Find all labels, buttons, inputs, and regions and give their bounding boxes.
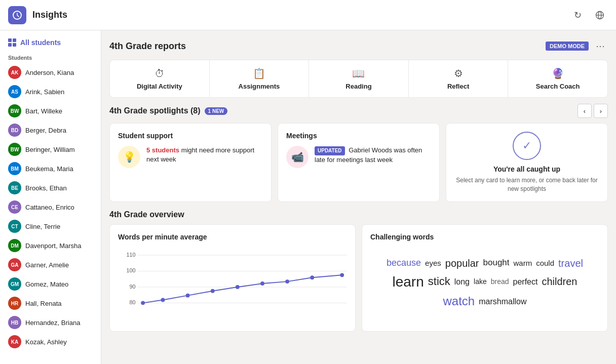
top-actions: ↻: [569, 7, 608, 23]
tabs-container: ⏱ Digital Activity 📋 Assignments 📖 Readi…: [109, 60, 608, 98]
video-icon: 📹: [291, 151, 304, 163]
wpm-chart-svg: 110 100 90 80: [118, 247, 347, 323]
word-cloud-item: eyes: [425, 259, 441, 268]
student-item[interactable]: KA Kozak, Ashley: [0, 332, 101, 351]
student-name: Beukema, Maria: [25, 165, 73, 173]
student-item[interactable]: CT Cline, Terrie: [0, 217, 101, 236]
student-item[interactable]: HB Hernandez, Briana: [0, 313, 101, 332]
grade-title: 4th Grade reports: [109, 41, 186, 52]
student-name: Bart, Willeke: [25, 107, 62, 115]
student-item[interactable]: BM Beukema, Maria: [0, 159, 101, 178]
tab-label-search-coach: Search Coach: [536, 83, 580, 90]
avatar: GM: [8, 277, 21, 291]
student-name: Davenport, Marsha: [25, 242, 82, 250]
word-cloud-item: perfect: [513, 277, 538, 287]
header-right: DEMO MODE ⋯: [546, 38, 608, 54]
refresh-button[interactable]: ↻: [569, 7, 586, 23]
word-cloud-item: travel: [558, 257, 583, 269]
student-name: Brooks, Ethan: [25, 184, 67, 192]
more-options-button[interactable]: ⋯: [593, 38, 608, 54]
student-item[interactable]: BE Brooks, Ethan: [0, 178, 101, 197]
meetings-card[interactable]: Meetings 📹 UPDATED Gabriel Woods was oft…: [278, 123, 440, 202]
spotlights-title: 4th Grade spotlights (8): [109, 106, 201, 115]
svg-point-18: [285, 279, 289, 284]
svg-point-16: [236, 285, 240, 289]
student-name: Berger, Debra: [25, 127, 66, 134]
globe-icon: [595, 11, 604, 20]
students-section-label: Students: [0, 51, 101, 63]
svg-point-19: [310, 275, 314, 279]
meetings-content: 📹 UPDATED Gabriel Woods was often late f…: [286, 146, 431, 168]
main-header: 4th Grade reports DEMO MODE ⋯: [109, 38, 608, 54]
student-item[interactable]: GM Gomez, Mateo: [0, 274, 101, 294]
app-title: Insights: [32, 10, 569, 20]
student-item[interactable]: CE Cattaneo, Enrico: [0, 197, 101, 217]
spotlights-header: 4th Grade spotlights (8) 1 NEW ‹ ›: [109, 104, 608, 118]
avatar: BM: [8, 162, 21, 175]
student-item[interactable]: DM Davenport, Marsha: [0, 236, 101, 255]
meetings-text: UPDATED Gabriel Woods was often late for…: [315, 146, 431, 165]
tab-label-digital-activity: Digital Activity: [137, 83, 182, 90]
student-support-card[interactable]: Student support 💡 5 students might need …: [109, 123, 272, 202]
word-cloud-item: could: [536, 259, 554, 268]
student-item[interactable]: HR Hall, Renata: [0, 294, 101, 313]
checkmark-icon: ✓: [522, 139, 531, 152]
support-icon-wrap: 💡: [118, 146, 140, 168]
avatar: BW: [8, 143, 21, 156]
svg-point-20: [340, 273, 344, 277]
avatar: HB: [8, 316, 21, 329]
sidebar: All students Students AK Anderson, Kiana…: [0, 30, 101, 364]
language-button[interactable]: [592, 7, 608, 23]
words-title: Challenging words: [370, 233, 599, 241]
tab-search-coach[interactable]: 🔮 Search Coach: [508, 60, 607, 97]
tab-label-reflect: Reflect: [447, 83, 469, 90]
main-content: 4th Grade reports DEMO MODE ⋯ ⏱ Digital …: [101, 30, 616, 364]
tab-reading[interactable]: 📖 Reading: [309, 60, 409, 97]
demo-badge: DEMO MODE: [546, 42, 589, 51]
avatar: CE: [8, 200, 21, 214]
word-cloud-item: bought: [483, 258, 510, 268]
tab-assignments[interactable]: 📋 Assignments: [210, 60, 310, 97]
words-card: Challenging words becauseeyespopularboug…: [362, 224, 608, 332]
student-name: Hernandez, Briana: [25, 319, 80, 327]
meetings-title: Meetings: [286, 132, 431, 140]
all-students-label: All students: [20, 38, 61, 47]
student-item[interactable]: GA Garner, Amelie: [0, 255, 101, 274]
tab-reflect[interactable]: ⚙ Reflect: [409, 60, 509, 97]
word-cloud-item: lake: [474, 277, 487, 286]
student-item[interactable]: BD Berger, Debra: [0, 120, 101, 140]
spotlight-next-button[interactable]: ›: [594, 104, 608, 118]
student-name: Hall, Renata: [25, 300, 62, 307]
svg-text:110: 110: [126, 252, 135, 258]
svg-point-15: [211, 289, 215, 293]
word-cloud-item: children: [542, 275, 577, 288]
word-cloud-item: because: [387, 258, 421, 269]
all-students-button[interactable]: All students: [0, 34, 101, 51]
student-item[interactable]: BW Beringer, William: [0, 140, 101, 159]
svg-point-12: [141, 301, 145, 305]
word-cloud-item: bread: [491, 277, 509, 286]
student-item[interactable]: AS Arink, Sabien: [0, 82, 101, 101]
student-item[interactable]: AK Anderson, Kiana: [0, 63, 101, 82]
student-count: 5 students: [146, 146, 179, 154]
avatar: BE: [8, 181, 21, 194]
svg-point-13: [161, 298, 165, 302]
word-cloud-item: popular: [445, 257, 479, 269]
student-support-content: 💡 5 students might need more support nex…: [118, 146, 263, 168]
svg-text:90: 90: [129, 283, 135, 289]
caught-up-title: You're all caught up: [493, 165, 560, 173]
student-name: Gomez, Mateo: [25, 280, 68, 288]
svg-point-17: [260, 281, 264, 286]
word-cloud-item: learn: [393, 273, 424, 291]
overview-cards: Words per minute average 110 100 90 80: [109, 224, 608, 332]
spotlight-nav: ‹ ›: [578, 104, 608, 118]
tab-digital-activity[interactable]: ⏱ Digital Activity: [110, 60, 210, 97]
student-item[interactable]: BW Bart, Willeke: [0, 101, 101, 120]
book-icon: 📖: [352, 67, 365, 79]
app-icon: [8, 6, 26, 24]
word-cloud-item: marshmallow: [479, 297, 526, 306]
spotlight-prev-button[interactable]: ‹: [578, 104, 592, 118]
timer-icon: ⏱: [155, 68, 165, 79]
student-name: Cline, Terrie: [25, 223, 60, 230]
tab-label-reading: Reading: [345, 83, 371, 90]
